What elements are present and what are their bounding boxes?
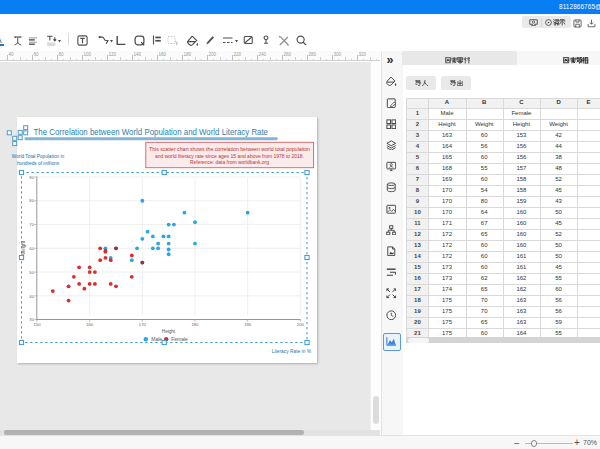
svg-text:50: 50: [29, 270, 34, 275]
svg-text:hundreds of millions: hundreds of millions: [17, 161, 60, 166]
svg-text:The Correlation between World: The Correlation between World Population…: [34, 127, 269, 137]
svg-text:80: 80: [29, 198, 34, 203]
svg-text:Weight: Weight: [21, 240, 26, 255]
svg-text:70: 70: [29, 222, 34, 227]
svg-text:Female: Female: [171, 336, 188, 342]
svg-text:40: 40: [29, 294, 34, 299]
svg-text:180: 180: [191, 322, 199, 327]
svg-text:Reference: data from worldbank: Reference: data from worldbank.org: [190, 159, 269, 165]
svg-text:This scatter chart shows the c: This scatter chart shows the correlation…: [149, 146, 310, 152]
svg-text:Literacy Rate in %: Literacy Rate in %: [272, 349, 312, 354]
svg-text:Height: Height: [162, 329, 176, 334]
svg-text:90: 90: [29, 175, 34, 180]
svg-text:World Total Population in: World Total Population in: [12, 154, 65, 159]
svg-text:170: 170: [139, 322, 147, 327]
svg-text:160: 160: [86, 322, 94, 327]
svg-text:190: 190: [244, 322, 252, 327]
svg-text:200: 200: [297, 322, 305, 327]
svg-text:150: 150: [34, 322, 42, 327]
svg-text:60: 60: [29, 246, 34, 251]
svg-text:and world literacy rate since: and world literacy rate since ages 15 an…: [155, 153, 304, 159]
svg-text:Male: Male: [151, 336, 162, 342]
